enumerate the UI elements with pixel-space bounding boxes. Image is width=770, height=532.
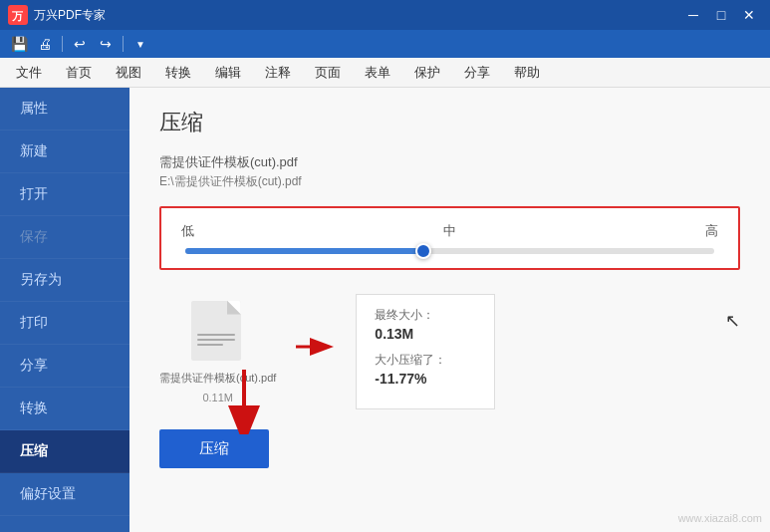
final-size-value: 0.13M: [375, 326, 476, 342]
file-icon-body: [191, 301, 241, 361]
slider-label-mid: 中: [443, 222, 456, 240]
info-box: 最终大小： 0.13M 大小压缩了： -11.77%: [356, 294, 495, 409]
sidebar-item-saveas[interactable]: 另存为: [0, 259, 129, 302]
compress-button[interactable]: 压缩: [159, 429, 269, 468]
preview-file-size: 0.11M: [202, 392, 233, 403]
menu-item-home[interactable]: 首页: [54, 58, 104, 88]
menu-item-annotate[interactable]: 注释: [253, 58, 303, 88]
file-icon-line-3: [197, 344, 224, 346]
menu-item-edit[interactable]: 编辑: [203, 58, 253, 88]
file-name: 需提供证件模板(cut).pdf: [159, 153, 740, 171]
file-icon-line-2: [197, 339, 235, 341]
sidebar-item-preferences[interactable]: 偏好设置: [0, 473, 129, 516]
preview-file: 需提供证件模板(cut).pdf 0.11M: [159, 301, 276, 403]
sidebar: 属性 新建 打开 保存 另存为 打印 分享 转换 压缩 偏好设置: [0, 88, 129, 532]
menu-item-protect[interactable]: 保护: [402, 58, 452, 88]
arrow-right-icon: [296, 333, 336, 361]
final-size-row: 最终大小： 0.13M: [375, 307, 476, 342]
menubar: 文件 首页 视图 转换 编辑 注释 页面 表单 保护 分享 帮助: [0, 58, 770, 88]
sidebar-item-properties[interactable]: 属性: [0, 88, 129, 131]
sidebar-item-save: 保存: [0, 216, 129, 259]
toolbar-separator-1: [62, 36, 63, 52]
menu-item-help[interactable]: 帮助: [502, 58, 552, 88]
sidebar-item-print[interactable]: 打印: [0, 302, 129, 345]
final-size-label: 最终大小：: [375, 307, 476, 324]
main-layout: 属性 新建 打开 保存 另存为 打印 分享 转换 压缩 偏好设置 压缩 需提供证…: [0, 88, 770, 532]
preview-section: 需提供证件模板(cut).pdf 0.11M 最终大小： 0.13M: [159, 294, 740, 409]
toolbar-separator-2: [123, 36, 124, 52]
menu-item-form[interactable]: 表单: [353, 58, 402, 88]
titlebar: 万 万兴PDF专家 ─ □ ✕: [0, 0, 770, 30]
compression-label: 大小压缩了：: [375, 352, 476, 369]
file-path: E:\需提供证件模板(cut).pdf: [159, 173, 740, 190]
app-title: 万兴PDF专家: [34, 7, 680, 24]
compression-value: -11.77%: [375, 371, 476, 387]
toolbar-undo-btn[interactable]: ↩: [69, 33, 91, 55]
menu-item-convert[interactable]: 转换: [153, 58, 203, 88]
sidebar-item-new[interactable]: 新建: [0, 131, 129, 173]
slider-label-high: 高: [705, 222, 718, 240]
watermark: www.xiazai8.com: [678, 512, 762, 524]
toolbar-print-btn[interactable]: 🖨: [34, 33, 56, 55]
sidebar-item-share[interactable]: 分享: [0, 345, 129, 388]
window-controls[interactable]: ─ □ ✕: [680, 5, 762, 25]
compression-row: 大小压缩了： -11.77%: [375, 352, 476, 387]
toolbar-redo-btn[interactable]: ↪: [95, 33, 117, 55]
slider-track[interactable]: [185, 248, 714, 254]
file-icon-lines: [197, 334, 235, 349]
compress-button-area: 压缩: [159, 429, 269, 468]
menu-item-page[interactable]: 页面: [303, 58, 353, 88]
content-area: 压缩 需提供证件模板(cut).pdf E:\需提供证件模板(cut).pdf …: [129, 88, 770, 532]
sidebar-item-convert[interactable]: 转换: [0, 388, 129, 430]
toolbar-dropdown-btn[interactable]: ▼: [129, 33, 151, 55]
slider-label-low: 低: [181, 222, 194, 240]
file-icon-line-1: [197, 334, 235, 336]
sidebar-item-compress[interactable]: 压缩: [0, 430, 129, 473]
slider-labels: 低 中 高: [181, 222, 718, 240]
toolbar: 💾 🖨 ↩ ↪ ▼: [0, 30, 770, 58]
compression-slider-box: 低 中 高: [159, 206, 740, 270]
slider-thumb[interactable]: [415, 243, 431, 259]
menu-item-file[interactable]: 文件: [4, 58, 54, 88]
preview-file-label: 需提供证件模板(cut).pdf: [159, 371, 276, 386]
menu-item-view[interactable]: 视图: [104, 58, 153, 88]
page-title: 压缩: [159, 108, 740, 137]
svg-text:万: 万: [11, 10, 24, 22]
file-icon: [191, 301, 245, 365]
sidebar-item-open[interactable]: 打开: [0, 173, 129, 216]
slider-fill: [185, 248, 423, 254]
maximize-button[interactable]: □: [708, 5, 734, 25]
app-logo: 万: [8, 5, 28, 25]
minimize-button[interactable]: ─: [680, 5, 706, 25]
file-info: 需提供证件模板(cut).pdf E:\需提供证件模板(cut).pdf: [159, 153, 740, 190]
menu-item-share[interactable]: 分享: [452, 58, 502, 88]
toolbar-save-btn[interactable]: 💾: [8, 33, 30, 55]
close-button[interactable]: ✕: [736, 5, 762, 25]
